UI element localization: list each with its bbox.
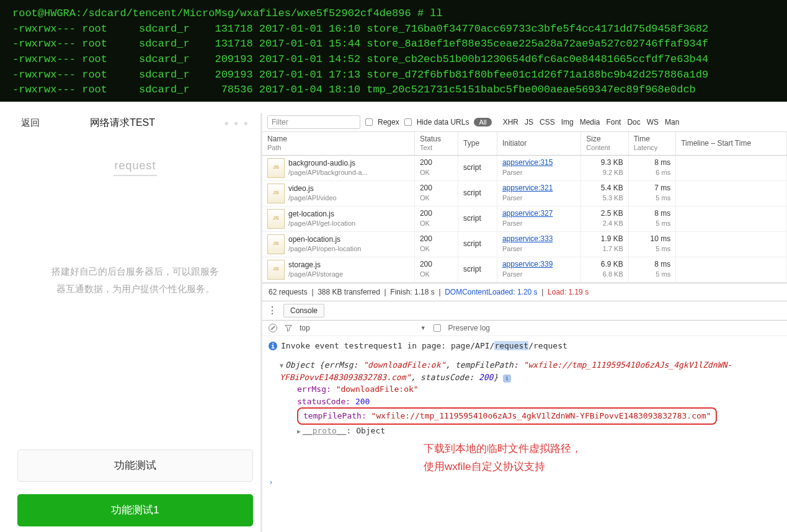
col-status[interactable]: StatusText (414, 132, 458, 155)
info-badge-icon[interactable]: i (503, 375, 511, 383)
caret-down-icon[interactable]: ▼ (280, 362, 283, 369)
hide-data-urls-checkbox[interactable] (404, 118, 412, 126)
js-file-icon: JS (267, 184, 285, 203)
table-row[interactable]: JSvideo.js/page/API/video200OKscriptapps… (262, 180, 787, 206)
regex-checkbox[interactable] (365, 118, 373, 126)
page-title: 网络请求TEST (21, 117, 224, 130)
network-table: NamePath StatusText Type Initiator SizeC… (262, 132, 787, 283)
object-prop: errMsg: "downloadFile:ok" (297, 383, 781, 396)
network-filter-bar: Filter Regex Hide data URLs All XHRJSCSS… (262, 113, 787, 132)
filter-type-js[interactable]: JS (525, 118, 533, 126)
preserve-log-checkbox[interactable] (434, 324, 441, 332)
filter-type-xhr[interactable]: XHR (503, 118, 518, 126)
js-file-icon: JS (267, 209, 285, 229)
summary-domcontentloaded: DOMContentLoaded: 1.20 s (445, 288, 537, 296)
summary-transferred: 388 KB transferred (318, 288, 380, 296)
table-row[interactable]: JSbackground-audio.js/page/API/backgroun… (262, 155, 787, 180)
function-test1-button[interactable]: 功能测试1 (17, 494, 253, 526)
more-icon[interactable]: ● ● ● (224, 118, 249, 128)
col-initiator[interactable]: Initiator (497, 132, 580, 155)
filter-type-font[interactable]: Font (606, 118, 621, 126)
hide-data-urls-label: Hide data URLs (417, 118, 469, 126)
kebab-icon[interactable]: ⋮ (267, 304, 277, 316)
table-row[interactable]: JSstorage.js/page/API/storage200OKscript… (262, 257, 787, 282)
filter-all-pill[interactable]: All (474, 118, 491, 126)
console-tab[interactable]: Console (283, 304, 324, 317)
col-timeline[interactable]: Timeline – Start Time (676, 132, 787, 155)
console-prompt[interactable]: › (269, 476, 781, 489)
info-icon: i (269, 342, 277, 350)
annotation-text: 下载到本地的临时文件虚拟路径， 使用wxfile自定义协议支持 (424, 440, 781, 476)
filter-type-ws[interactable]: WS (647, 118, 659, 126)
regex-label: Regex (378, 118, 399, 126)
console-toolbar: top ▼ Preserve log (262, 321, 787, 336)
chevron-down-icon: ▼ (420, 325, 426, 331)
summary-finish: Finish: 1.18 s (390, 288, 434, 296)
col-type[interactable]: Type (458, 132, 497, 155)
filter-type-css[interactable]: CSS (540, 118, 555, 126)
table-row[interactable]: JSget-location.js/page/API/get-location2… (262, 206, 787, 231)
terminal-output: root@HWGRA:/sdcard/tencent/MicroMsg/wxaf… (0, 0, 787, 102)
devtools-panel: Filter Regex Hide data URLs All XHRJSCSS… (260, 113, 787, 532)
network-summary: 62 requests | 388 KB transferred | Finis… (262, 283, 787, 301)
col-name[interactable]: NamePath (262, 132, 414, 155)
function-test-button[interactable]: 功能测试 (17, 450, 253, 482)
col-time[interactable]: TimeLatency (628, 132, 675, 155)
console-drawer-tabs: ⋮ Console (262, 301, 787, 321)
context-selector[interactable]: top (300, 324, 314, 332)
caret-right-icon[interactable]: ▶ (297, 428, 301, 435)
console-output: iInvoke event testrequest1 in page: page… (262, 336, 787, 501)
summary-requests: 62 requests (269, 288, 308, 296)
js-file-icon: JS (267, 260, 285, 280)
description-text: 搭建好自己的后台服务器后，可以跟服务 器互通数据，为用户提供个性化服务。 (17, 263, 253, 298)
console-info-line: iInvoke event testrequest1 in page: page… (269, 340, 781, 352)
filter-type-man[interactable]: Man (665, 118, 679, 126)
desc-line: 搭建好自己的后台服务器后，可以跟服务 (36, 263, 234, 281)
object-prop-tempfilepath: tempFilePath: "wxfile://tmp_1119595410o6… (297, 407, 781, 425)
js-file-icon: JS (267, 234, 285, 254)
filter-input[interactable]: Filter (267, 115, 360, 129)
filter-icon[interactable] (285, 324, 292, 332)
filter-type-doc[interactable]: Doc (627, 118, 640, 126)
col-size[interactable]: SizeContent (581, 132, 628, 155)
js-file-icon: JS (267, 158, 285, 178)
filter-type-media[interactable]: Media (580, 118, 600, 126)
clear-console-icon[interactable] (269, 324, 277, 332)
phone-simulator: 返回 网络请求TEST ● ● ● request 搭建好自己的后台服务器后，可… (0, 113, 260, 532)
request-link: request (17, 159, 253, 172)
filter-type-img[interactable]: Img (561, 118, 574, 126)
object-prop: statusCode: 200 (297, 396, 781, 408)
desc-line: 器互通数据，为用户提供个性化服务。 (36, 280, 234, 298)
console-object[interactable]: ▼Object {errMsg: "downloadFile:ok", temp… (269, 359, 781, 437)
summary-load: Load: 1.19 s (548, 288, 589, 296)
preserve-log-label: Preserve log (448, 324, 490, 332)
object-proto[interactable]: ▶__proto__: Object (297, 425, 781, 437)
underline (113, 175, 157, 176)
table-row[interactable]: JSopen-location.js/page/API/open-locatio… (262, 231, 787, 257)
